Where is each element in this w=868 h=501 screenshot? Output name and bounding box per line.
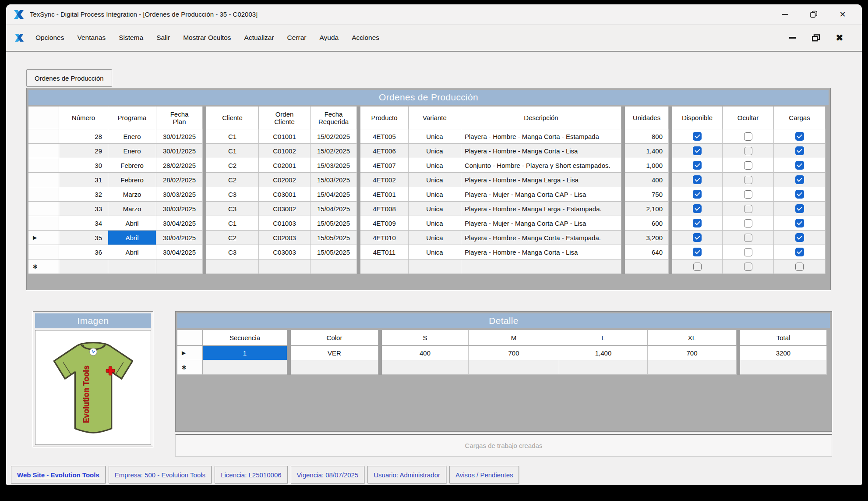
cell-unidades[interactable]: 1,400	[625, 144, 669, 158]
cell-fecha_plan[interactable]: 30/01/2025	[156, 144, 203, 158]
cell-cliente[interactable]: C2	[206, 158, 259, 173]
cell-orden_cliente[interactable]	[259, 259, 311, 274]
cell-orden_cliente[interactable]: C01001	[259, 129, 311, 144]
menu-item-cerrar[interactable]: Cerrar	[281, 30, 313, 45]
row-header-corner[interactable]	[28, 107, 59, 129]
status-button-avisos-pendientes[interactable]: Avisos / Pendientes	[449, 466, 519, 483]
row-selector[interactable]: ✱	[28, 259, 59, 274]
cell-variante[interactable]: Unica	[409, 187, 461, 202]
cell-orden_cliente[interactable]: C01003	[259, 216, 311, 231]
cell-descripcion[interactable]: Playera - Hombre - Manga Larga - Lisa	[461, 173, 621, 187]
status-button-licencia[interactable]: Licencia: L25010006	[215, 466, 287, 483]
cell-descripcion[interactable]: Conjunto - Hombre - Playera y Short esta…	[461, 158, 621, 173]
ocultar-checkbox[interactable]	[744, 263, 752, 271]
cell-producto[interactable]: 4ET005	[360, 129, 409, 144]
cell-s[interactable]	[382, 360, 469, 375]
cell-fecha_plan[interactable]: 30/04/2025	[156, 231, 203, 245]
cell-producto[interactable]: 4ET006	[360, 144, 409, 158]
row-selector[interactable]	[28, 245, 59, 259]
cell-unidades[interactable]: 600	[625, 216, 669, 231]
cell-cliente[interactable]: C1	[206, 216, 259, 231]
menu-item-acciones[interactable]: Acciones	[345, 30, 386, 45]
cargas-checkbox[interactable]	[795, 175, 804, 184]
cell-fecha_requerida[interactable]: 15/03/2025	[311, 173, 357, 187]
row-selector[interactable]: ▶	[177, 346, 203, 360]
cell-m[interactable]: 700	[469, 346, 559, 360]
cell-programa[interactable]: Marzo	[108, 202, 156, 216]
column-header-fecha_requerida[interactable]: Fecha Requerida	[311, 107, 357, 129]
ocultar-checkbox[interactable]	[744, 161, 752, 170]
menu-item-ventanas[interactable]: Ventanas	[71, 30, 112, 45]
menu-item-salir[interactable]: Salir	[150, 30, 176, 45]
column-header-descripcion[interactable]: Descripción	[461, 107, 621, 129]
column-header-variante[interactable]: Variante	[409, 107, 461, 129]
ocultar-checkbox[interactable]	[744, 234, 752, 242]
cell-unidades[interactable]: 750	[625, 187, 669, 202]
column-header-s[interactable]: S	[382, 330, 469, 346]
cell-descripcion[interactable]: Playera - Hombre - Manga Corta - Estampa…	[461, 129, 621, 144]
cell-xl[interactable]	[648, 360, 737, 375]
cell-unidades[interactable]: 800	[625, 129, 669, 144]
cell-variante[interactable]: Unica	[409, 144, 461, 158]
ocultar-checkbox[interactable]	[744, 190, 752, 199]
disponible-checkbox[interactable]	[693, 175, 702, 184]
cargas-checkbox[interactable]	[795, 248, 804, 256]
minimize-button[interactable]	[780, 10, 789, 19]
column-header-xl[interactable]: XL	[648, 330, 737, 346]
cell-variante[interactable]: Unica	[409, 216, 461, 231]
tab-ordenes-de-produccion[interactable]: Ordenes de Producción	[26, 69, 112, 87]
column-header-ocultar[interactable]: Ocultar	[723, 107, 774, 129]
ocultar-checkbox[interactable]	[744, 132, 752, 141]
cell-fecha_plan[interactable]: 30/03/2025	[156, 187, 203, 202]
cargas-checkbox[interactable]	[795, 204, 804, 213]
column-header-numero[interactable]: Número	[59, 107, 108, 129]
cell-cliente[interactable]: C1	[206, 129, 259, 144]
cell-total[interactable]: 3200	[740, 346, 827, 360]
cell-descripcion[interactable]	[461, 259, 621, 274]
cell-secuencia[interactable]: 1	[203, 346, 287, 360]
cell-unidades[interactable]	[625, 259, 669, 274]
cell-cliente[interactable]: C1	[206, 144, 259, 158]
cell-programa[interactable]: Abril	[108, 216, 156, 231]
child-close-button[interactable]: ✖	[835, 33, 844, 43]
close-button[interactable]: ✕	[838, 10, 847, 19]
cell-l[interactable]	[559, 360, 648, 375]
row-selector[interactable]	[28, 202, 59, 216]
status-button-web-site-evolution-tools[interactable]: Web Site - Evolution Tools	[11, 466, 106, 483]
row-selector[interactable]: ✱	[177, 360, 203, 375]
ocultar-checkbox[interactable]	[744, 205, 752, 213]
cell-numero[interactable]: 36	[59, 245, 108, 259]
cell-fecha_requerida[interactable]: 15/05/2025	[311, 231, 357, 245]
cell-orden_cliente[interactable]: C02002	[259, 173, 311, 187]
cell-descripcion[interactable]: Playera - Hombre - Manga Larga - Estampa…	[461, 202, 621, 216]
cargas-checkbox[interactable]	[795, 263, 804, 271]
cell-cliente[interactable]: C2	[206, 173, 259, 187]
disponible-checkbox[interactable]	[693, 146, 702, 155]
disponible-checkbox[interactable]	[693, 248, 702, 256]
cargas-de-trabajo-button[interactable]: Cargas de trabajo creadas	[175, 434, 832, 457]
cell-fecha_requerida[interactable]: 15/05/2025	[311, 245, 357, 259]
cell-cliente[interactable]: C3	[206, 202, 259, 216]
row-selector[interactable]	[28, 173, 59, 187]
ocultar-checkbox[interactable]	[744, 248, 752, 256]
cell-numero[interactable]: 34	[59, 216, 108, 231]
cell-numero[interactable]: 32	[59, 187, 108, 202]
column-header-cargas[interactable]: Cargas	[774, 107, 826, 129]
cell-cliente[interactable]: C3	[206, 187, 259, 202]
cell-numero[interactable]: 29	[59, 144, 108, 158]
column-header-orden_cliente[interactable]: Orden Cliente	[259, 107, 311, 129]
column-header-fecha_plan[interactable]: Fecha Plan	[156, 107, 203, 129]
cell-m[interactable]	[469, 360, 559, 375]
row-selector[interactable]	[28, 129, 59, 144]
cell-programa[interactable]: Enero	[108, 129, 156, 144]
cell-producto[interactable]: 4ET001	[360, 187, 409, 202]
cell-fecha_plan[interactable]: 30/04/2025	[156, 216, 203, 231]
row-selector[interactable]	[28, 144, 59, 158]
cell-variante[interactable]: Unica	[409, 202, 461, 216]
cell-producto[interactable]: 4ET010	[360, 231, 409, 245]
ocultar-checkbox[interactable]	[744, 147, 752, 155]
cell-orden_cliente[interactable]: C02001	[259, 158, 311, 173]
cell-xl[interactable]: 700	[648, 346, 737, 360]
cell-variante[interactable]: Unica	[409, 245, 461, 259]
cell-fecha_plan[interactable]: 30/01/2025	[156, 129, 203, 144]
